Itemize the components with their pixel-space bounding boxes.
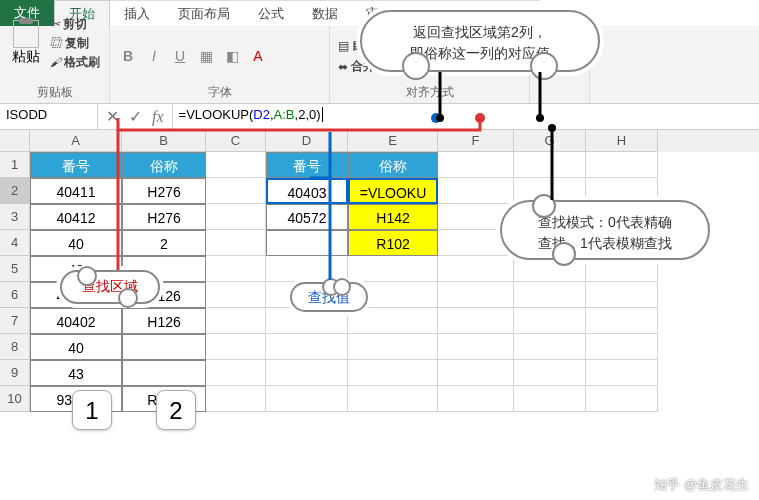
- paste-label: 粘贴: [12, 48, 40, 66]
- group-clipboard: 粘贴 剪切 复制 格式刷 剪贴板: [0, 26, 110, 103]
- col-G[interactable]: G: [514, 130, 586, 152]
- tab-layout[interactable]: 页面布局: [164, 0, 244, 26]
- col-C[interactable]: C: [206, 130, 266, 152]
- fx-icon[interactable]: fx: [152, 108, 164, 126]
- formula-input[interactable]: =VLOOKUP(D2,A:B,2,0): [173, 104, 759, 129]
- underline-button[interactable]: U: [170, 48, 190, 64]
- paste-icon: [13, 20, 39, 48]
- name-box[interactable]: ISODD: [0, 104, 98, 129]
- cell-E1[interactable]: 俗称: [348, 152, 438, 178]
- tab-data[interactable]: 数据: [298, 0, 352, 26]
- col-E[interactable]: E: [348, 130, 438, 152]
- bignum-1: 1: [72, 390, 112, 430]
- callout-return-col: 返回查找区域第2列， 即俗称这一列的对应值: [360, 10, 600, 72]
- cell-A1[interactable]: 番号: [30, 152, 122, 178]
- brush-icon: [50, 55, 61, 69]
- row-9: 9 43: [0, 360, 759, 386]
- row-header[interactable]: 1: [0, 152, 30, 178]
- row-header[interactable]: 2: [0, 178, 30, 204]
- col-B[interactable]: B: [122, 130, 206, 152]
- watermark: 知乎 @鱼皮花生: [654, 476, 749, 494]
- callout-mode: 查找模式：0代表精确 查找，1代表模糊查找: [500, 200, 710, 260]
- scissors-icon: [50, 17, 60, 31]
- clipboard-label: 剪贴板: [8, 84, 101, 101]
- copy-icon: [50, 36, 62, 50]
- cell-D1[interactable]: 番号: [266, 152, 348, 178]
- cell-E2[interactable]: =VLOOKU: [348, 178, 438, 204]
- paste-button[interactable]: 粘贴: [8, 20, 44, 66]
- brush-button[interactable]: 格式刷: [50, 54, 100, 71]
- row-1: 1 番号 俗称 番号 俗称: [0, 152, 759, 178]
- cell-B1[interactable]: 俗称: [122, 152, 206, 178]
- col-A[interactable]: A: [30, 130, 122, 152]
- bignum-2: 2: [156, 390, 196, 430]
- fill-button[interactable]: ◧: [222, 48, 242, 64]
- border-button[interactable]: ▦: [196, 48, 216, 64]
- row-10: 10 93657 R102: [0, 386, 759, 412]
- cursor: [322, 107, 323, 122]
- row-8: 8 40: [0, 334, 759, 360]
- font-label: 字体: [118, 84, 321, 101]
- col-H[interactable]: H: [586, 130, 658, 152]
- align-label: 对齐方式: [338, 84, 521, 101]
- select-all[interactable]: [0, 130, 30, 152]
- formula-bar: ISODD ✕ ✓ fx =VLOOKUP(D2,A:B,2,0): [0, 104, 759, 130]
- group-font: B I U ▦ ◧ A 字体: [110, 26, 330, 103]
- callout-lookup-value: 查找值: [290, 282, 368, 312]
- column-headers: A B C D E F G H: [0, 130, 759, 152]
- row-7: 7 40402 H126: [0, 308, 759, 334]
- cell-C1[interactable]: [206, 152, 266, 178]
- copy-button[interactable]: 复制: [50, 35, 100, 52]
- tab-formula[interactable]: 公式: [244, 0, 298, 26]
- cell-D2[interactable]: 40403: [266, 178, 348, 204]
- font-color-button[interactable]: A: [248, 48, 268, 64]
- bold-button[interactable]: B: [118, 48, 138, 64]
- cancel-icon[interactable]: ✕: [106, 107, 119, 126]
- col-D[interactable]: D: [266, 130, 348, 152]
- tab-insert[interactable]: 插入: [110, 0, 164, 26]
- cut-button[interactable]: 剪切: [50, 16, 100, 33]
- italic-button[interactable]: I: [144, 48, 164, 64]
- cell-A2[interactable]: 40411: [30, 178, 122, 204]
- callout-lookup-range: 查找区域: [60, 270, 160, 304]
- enter-icon[interactable]: ✓: [129, 107, 142, 126]
- col-F[interactable]: F: [438, 130, 514, 152]
- cell-B2[interactable]: H276: [122, 178, 206, 204]
